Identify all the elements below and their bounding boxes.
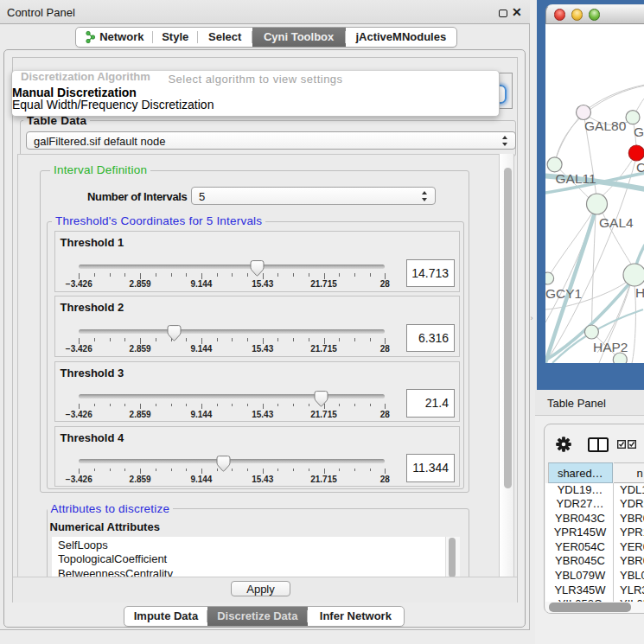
svg-text:HAP2: HAP2 [593,340,628,354]
svg-text:GAL4: GAL4 [599,215,634,230]
svg-text:GAL: GAL [634,124,644,139]
svg-text:GAL11: GAL11 [556,171,596,186]
svg-text:CY: CY [636,160,644,175]
svg-text:GAL80: GAL80 [584,118,627,133]
svg-text:GCY1: GCY1 [545,286,582,301]
svg-text:HAP: HAP [635,285,644,300]
